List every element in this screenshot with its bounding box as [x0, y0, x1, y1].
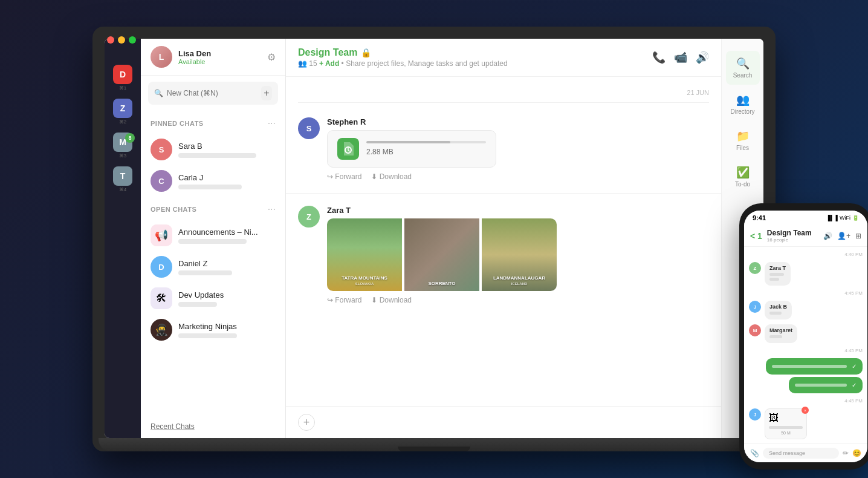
search-label: Search	[733, 72, 753, 79]
chat-preview-carla	[178, 185, 242, 189]
forward-button-1[interactable]: ↪ Forward	[327, 172, 361, 181]
phone-status-bar: 9:41 ▐▌▐ WiFi 🔋	[744, 211, 867, 225]
chat-info-announcements: Announcements – Ni...	[178, 228, 276, 244]
mute-button[interactable]: 🔊	[696, 51, 709, 64]
phone-back-button[interactable]: < 1	[750, 231, 762, 241]
chat-title: Design Team	[298, 47, 357, 58]
phone-sent-2: ✓	[789, 377, 863, 393]
rail-item-t[interactable]: T ⌘4	[108, 165, 137, 194]
attachment-button[interactable]: +	[298, 414, 315, 431]
forward-button-2[interactable]: ↪ Forward	[327, 296, 361, 304]
pinned-more-button[interactable]: ···	[268, 118, 276, 129]
laptop-base	[99, 438, 769, 451]
chat-info-sara: Sara B	[178, 142, 276, 158]
chat-input-bar: +	[286, 406, 721, 438]
shortcut-2: ⌘2	[119, 119, 126, 125]
phone-chat-header: < 1 Design Team 16 people 🔊 👤+ ⊞	[744, 225, 867, 247]
file-info: 2.88 MB	[366, 141, 486, 157]
phone-time-1: 4:40 PM	[749, 252, 863, 257]
image-label-1: TATRA MOUNTAINSSLOVAKIA	[327, 275, 402, 286]
chat-name-marketing: Marketing Ninjas	[178, 322, 276, 331]
phone-message-input[interactable]: Send message	[763, 448, 839, 459]
msg-content-stephen: Stephen R	[327, 117, 709, 181]
rail-item-m[interactable]: M 8 ⌘3	[108, 131, 137, 160]
avatar-zara: Z	[298, 206, 320, 228]
message-zara: Z Zara T TATRA MOUNTAINSSLOVAKIA	[298, 206, 709, 304]
msg-actions-stephen: ↪ Forward ⬇ Download	[327, 172, 709, 181]
phone-attachment-icon[interactable]: 📎	[750, 449, 759, 457]
chat-item-sara[interactable]: S Sara B	[141, 134, 285, 165]
search-icon: 🔍	[154, 89, 163, 97]
chat-preview-daniel	[178, 270, 232, 275]
chat-item-announcements[interactable]: 📢 Announcements – Ni...	[141, 220, 285, 251]
chat-item-marketing[interactable]: 🥷 Marketing Ninjas	[141, 314, 285, 345]
phone-sent-1: ✓	[766, 358, 863, 375]
chat-preview-announcements	[178, 239, 247, 244]
rail-item-z[interactable]: Z ⌘2	[108, 97, 137, 126]
phone-avatar-jack: J	[749, 301, 761, 313]
battery-icon: 🔋	[852, 215, 859, 221]
new-chat-search[interactable]: 🔍 +	[148, 82, 278, 105]
signal-icon: ▐▌▐	[826, 215, 838, 221]
rail-todo[interactable]: ✅ To-do	[726, 160, 760, 194]
main-chat: Design Team 🔒 👥 15 + Add • Share project…	[286, 39, 721, 438]
phone-time-4: 4:45 PM	[749, 398, 863, 404]
phone-add-icon[interactable]: 👤+	[837, 232, 850, 240]
user-status: Available	[178, 58, 211, 65]
message-stephen: S Stephen R	[298, 117, 709, 181]
open-more-button[interactable]: ···	[268, 204, 276, 215]
phone-close-icon[interactable]: ×	[802, 407, 809, 414]
image-3: LANDMANNALAUGARICELAND	[482, 218, 557, 291]
phone-sent-msgs: ✓ ✓	[749, 358, 863, 393]
file-icon	[337, 138, 359, 160]
image-1: TATRA MOUNTAINSSLOVAKIA	[327, 218, 402, 291]
avatar-daniel: D	[151, 256, 172, 278]
workspace-avatar-t: T	[113, 166, 132, 186]
add-chat-button[interactable]: +	[261, 86, 272, 100]
phone-img-wrapper: × 🖼 50 M	[765, 408, 807, 439]
chat-info-marketing: Marketing Ninjas	[178, 322, 276, 338]
phone-input-placeholder: Send message	[769, 450, 805, 456]
search-input[interactable]	[167, 89, 257, 97]
phone-edit-icon[interactable]: ✏	[843, 449, 849, 457]
chat-item-devupdates[interactable]: 🛠 Dev Updates	[141, 283, 285, 314]
phone-bubble-margaret: Margaret	[765, 324, 797, 343]
phone-msg-bar-1	[769, 273, 784, 276]
minimize-button[interactable]	[118, 36, 125, 44]
close-button[interactable]	[107, 36, 114, 44]
phone-mute-icon[interactable]: 🔊	[823, 232, 832, 240]
check-icon-1: ✓	[852, 363, 857, 370]
download-button-2[interactable]: ⬇ Download	[371, 296, 412, 304]
phone-grid-icon[interactable]: ⊞	[855, 232, 861, 240]
user-name: Lisa Den	[178, 49, 211, 58]
image-grid: TATRA MOUNTAINSSLOVAKIA SORRENTO	[327, 218, 557, 291]
rail-item-d[interactable]: D ⌘1	[108, 63, 137, 92]
phone-emoji-icon[interactable]: 😊	[852, 449, 861, 457]
chat-item-carla[interactable]: C Carla J	[141, 165, 285, 197]
chat-item-daniel[interactable]: D Daniel Z	[141, 251, 285, 283]
sidebar-header: L Lisa Den Available ⚙	[141, 39, 285, 76]
directory-label: Directory	[730, 108, 754, 115]
maximize-button[interactable]	[129, 36, 136, 44]
rail-files[interactable]: 📁 Files	[726, 123, 760, 157]
phone-sent-bar-2	[795, 384, 847, 387]
shortcut-1: ⌘1	[119, 85, 126, 91]
phone-img-bar	[769, 426, 803, 429]
recent-chats-link[interactable]: Recent Chats	[141, 415, 285, 438]
video-button[interactable]: 📹	[674, 51, 687, 64]
avatar-devupdates: 🛠	[151, 287, 172, 309]
chat-header-info: Design Team 🔒 👥 15 + Add • Share project…	[298, 47, 508, 68]
call-button[interactable]: 📞	[652, 51, 666, 64]
chat-name-daniel: Daniel Z	[178, 259, 276, 268]
directory-icon: 👥	[736, 93, 750, 106]
rail-directory[interactable]: 👥 Directory	[726, 87, 760, 121]
shortcut-3: ⌘3	[119, 153, 126, 159]
phone-msg-zara: Z Zara T	[749, 262, 863, 286]
phone-msg-bar-4	[769, 335, 782, 338]
download-button-1[interactable]: ⬇ Download	[371, 172, 412, 181]
settings-button[interactable]: ⚙	[267, 51, 276, 63]
rail-search[interactable]: 🔍 Search	[726, 51, 760, 85]
todo-icon: ✅	[736, 166, 750, 179]
chat-preview-marketing	[178, 333, 237, 338]
msg-sender-zara: Zara T	[327, 206, 709, 215]
